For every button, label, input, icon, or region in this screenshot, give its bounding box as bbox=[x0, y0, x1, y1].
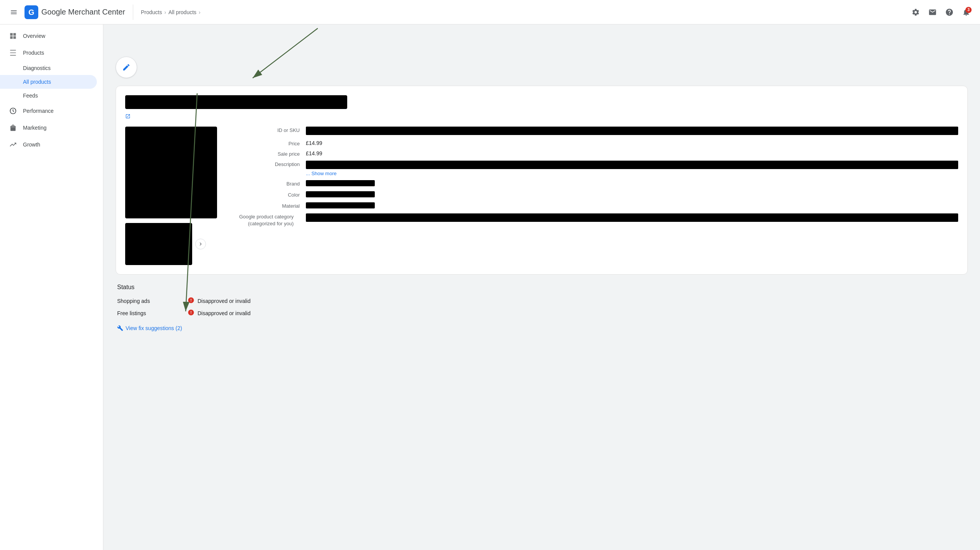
edit-area bbox=[116, 57, 968, 78]
sidebar-item-label-products: Products bbox=[23, 50, 44, 56]
shopping-ads-error-icon bbox=[188, 297, 194, 305]
mail-button[interactable] bbox=[925, 5, 940, 20]
field-row-material: Material bbox=[229, 202, 958, 210]
main-content: ID or SKU Price £14.99 Sale price £14.99 bbox=[103, 24, 980, 550]
breadcrumb-all-products[interactable]: All products bbox=[168, 9, 196, 15]
material-value bbox=[306, 202, 958, 210]
topbar-divider bbox=[133, 5, 133, 20]
product-image-column bbox=[125, 127, 217, 265]
topbar: G Google Merchant Center Products › All … bbox=[0, 0, 980, 24]
main-layout: Overview Products Diagnostics All produc… bbox=[0, 24, 980, 550]
free-listings-error-icon bbox=[188, 309, 194, 317]
breadcrumb-products[interactable]: Products bbox=[141, 9, 162, 15]
sidebar-subitem-label-all-products: All products bbox=[23, 79, 51, 85]
logo-text: Google Merchant Center bbox=[41, 8, 125, 16]
shopping-ads-status-badge: Disapproved or invalid bbox=[188, 297, 251, 305]
shopping-ads-status-text: Disapproved or invalid bbox=[198, 298, 251, 304]
status-row-free-listings: Free listings Disapproved or invalid bbox=[117, 309, 966, 317]
sale-price-label: Sale price bbox=[229, 150, 306, 157]
brand-label: Brand bbox=[229, 180, 306, 187]
breadcrumb-sep2: › bbox=[199, 9, 201, 15]
status-rows: Shopping ads Disapproved or invalid Free… bbox=[117, 297, 966, 317]
sidebar-subitem-all-products[interactable]: All products bbox=[0, 75, 97, 89]
product-card: ID or SKU Price £14.99 Sale price £14.99 bbox=[116, 86, 968, 275]
external-link-icon bbox=[125, 114, 131, 119]
id-label: ID or SKU bbox=[229, 127, 306, 133]
id-redacted bbox=[306, 127, 958, 135]
sidebar-subitem-diagnostics[interactable]: Diagnostics bbox=[0, 61, 103, 75]
product-main-image bbox=[125, 127, 217, 218]
view-on-website-link[interactable] bbox=[125, 114, 958, 119]
description-box bbox=[306, 161, 958, 169]
sidebar-item-label-performance: Performance bbox=[23, 108, 54, 114]
edit-button[interactable] bbox=[116, 57, 137, 78]
color-value bbox=[306, 191, 958, 199]
free-listings-label: Free listings bbox=[117, 310, 178, 316]
field-row-sale-price: Sale price £14.99 bbox=[229, 150, 958, 157]
product-body: ID or SKU Price £14.99 Sale price £14.99 bbox=[125, 127, 958, 265]
sidebar-item-performance[interactable]: Performance bbox=[0, 103, 103, 119]
thumbnail-next-button[interactable] bbox=[195, 239, 206, 249]
sidebar-item-label-growth: Growth bbox=[23, 142, 40, 148]
status-row-shopping-ads: Shopping ads Disapproved or invalid bbox=[117, 297, 966, 305]
field-row-id: ID or SKU bbox=[229, 127, 958, 136]
marketing-icon bbox=[9, 124, 17, 132]
help-button[interactable] bbox=[942, 5, 957, 20]
help-icon bbox=[945, 8, 954, 16]
product-title-redacted bbox=[125, 95, 347, 109]
fix-suggestions-link[interactable]: View fix suggestions (2) bbox=[117, 325, 966, 331]
sidebar-item-products[interactable]: Products bbox=[0, 44, 103, 61]
description-redacted bbox=[306, 161, 958, 169]
description-value: ... Show more bbox=[306, 161, 958, 176]
sidebar-item-marketing[interactable]: Marketing bbox=[0, 119, 103, 136]
settings-button[interactable] bbox=[908, 5, 923, 20]
field-row-description: Description ... Show more bbox=[229, 161, 958, 176]
topbar-actions: 3 bbox=[908, 5, 974, 20]
status-title: Status bbox=[117, 284, 966, 291]
breadcrumb: Products › All products › bbox=[141, 9, 201, 15]
material-label: Material bbox=[229, 202, 306, 209]
google-cat-label-line2: (categorized for you) bbox=[229, 220, 300, 227]
sidebar-subitem-feeds[interactable]: Feeds bbox=[0, 89, 103, 103]
breadcrumb-sep1: › bbox=[164, 9, 166, 15]
google-cat-label-line1: Google product category bbox=[229, 213, 300, 220]
gear-icon bbox=[911, 8, 920, 16]
free-listings-status-text: Disapproved or invalid bbox=[198, 310, 251, 316]
status-section: Status Shopping ads Disapproved or inval… bbox=[116, 284, 968, 331]
brand-value bbox=[306, 180, 958, 187]
menu-icon[interactable] bbox=[6, 5, 21, 20]
shopping-ads-label: Shopping ads bbox=[117, 298, 178, 304]
logo[interactable]: G Google Merchant Center bbox=[24, 5, 125, 19]
price-label: Price bbox=[229, 140, 306, 146]
sale-price-value: £14.99 bbox=[306, 150, 958, 156]
product-fields: ID or SKU Price £14.99 Sale price £14.99 bbox=[229, 127, 958, 265]
chevron-right-icon bbox=[198, 241, 204, 247]
pencil-icon bbox=[122, 63, 131, 72]
google-cat-value bbox=[306, 213, 958, 223]
sidebar-subitem-label-diagnostics: Diagnostics bbox=[23, 65, 51, 71]
field-row-color: Color bbox=[229, 191, 958, 199]
price-value: £14.99 bbox=[306, 140, 958, 146]
color-redacted bbox=[306, 191, 375, 197]
show-more-link[interactable]: ... Show more bbox=[306, 171, 958, 176]
free-listings-status-badge: Disapproved or invalid bbox=[188, 309, 251, 317]
brand-redacted bbox=[306, 180, 375, 186]
color-label: Color bbox=[229, 191, 306, 198]
notification-badge: 3 bbox=[965, 7, 972, 13]
sidebar: Overview Products Diagnostics All produc… bbox=[0, 24, 103, 550]
id-value bbox=[306, 127, 958, 136]
field-row-price: Price £14.99 bbox=[229, 140, 958, 146]
growth-icon bbox=[9, 141, 17, 148]
error-icon bbox=[188, 297, 194, 304]
sidebar-item-growth[interactable]: Growth bbox=[0, 136, 103, 153]
notifications-button[interactable]: 3 bbox=[959, 5, 974, 20]
fix-suggestions-text: View fix suggestions (2) bbox=[126, 325, 182, 331]
sidebar-subitem-label-feeds: Feeds bbox=[23, 93, 38, 99]
sidebar-item-overview[interactable]: Overview bbox=[0, 28, 103, 44]
mail-icon bbox=[928, 8, 937, 16]
products-icon bbox=[9, 49, 17, 57]
field-row-brand: Brand bbox=[229, 180, 958, 187]
field-row-google-cat: Google product category (categorized for… bbox=[229, 213, 958, 227]
product-thumbnail bbox=[125, 223, 192, 265]
svg-text:G: G bbox=[28, 8, 34, 16]
